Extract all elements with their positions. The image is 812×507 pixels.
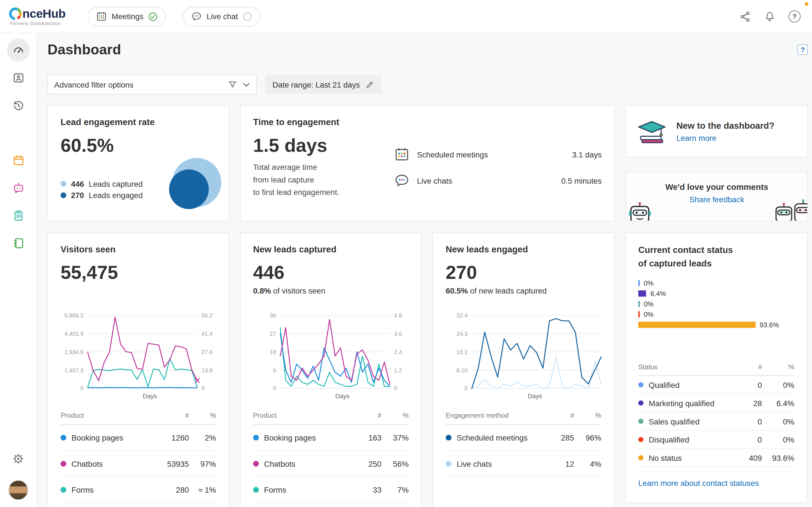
- product-table: Product#%Booking pages16337%Chatbots2505…: [253, 406, 409, 503]
- card-title: Time to engagement: [253, 116, 388, 129]
- x-axis-label: Days: [253, 393, 409, 400]
- sidebar-item-booking-pages[interactable]: [7, 231, 30, 255]
- metrics-row: Visitors seen 55,475 5,869.24,401.92,934…: [47, 233, 808, 507]
- table-row: Chatbots25056%: [253, 451, 409, 477]
- product-table: Product#%Booking pages12602%Chatbots5393…: [61, 406, 216, 503]
- leads-captured-chart: 362718904.83.62.41.20: [253, 316, 409, 388]
- x-axis-label: Days: [446, 393, 601, 400]
- settings-button[interactable]: [7, 447, 30, 470]
- notifications-button[interactable]: [764, 11, 776, 22]
- metric-subtitle: 0.8% of visitors seen: [253, 286, 409, 298]
- table-row: Booking pages16337%: [253, 425, 409, 451]
- sidebar-item-forms[interactable]: [7, 204, 30, 227]
- chat-bubble-icon: [394, 173, 410, 188]
- legend-count: 446: [71, 179, 84, 188]
- table-row: No status40993.6%: [638, 449, 794, 467]
- contact-statuses-link[interactable]: Learn more about contact statuses: [638, 478, 759, 487]
- series-dot: [446, 461, 451, 466]
- status-bar: [638, 301, 640, 307]
- sidebar-bottom: [7, 447, 30, 500]
- metric-value: 446: [253, 262, 409, 283]
- tte-summary: Time to engagement 1.5 days Total averag…: [253, 116, 388, 210]
- page-help-button[interactable]: ?: [797, 44, 808, 55]
- series-dot: [446, 435, 451, 441]
- time-to-engagement-card: Time to engagement 1.5 days Total averag…: [240, 105, 615, 221]
- status-table: Status#%Qualified00%Marketing qualified2…: [638, 358, 794, 467]
- sidebar-item-contacts[interactable]: [7, 66, 30, 89]
- chat-bubble-icon: [191, 11, 202, 22]
- tte-row-value: 3.1 days: [572, 150, 602, 159]
- meetings-pill-label: Meetings: [112, 12, 144, 21]
- table-row: Qualified00%: [638, 376, 794, 394]
- advanced-filter-dropdown[interactable]: Advanced filter options: [47, 75, 257, 94]
- card-title: New leads captured: [253, 243, 409, 256]
- sidebar-item-dashboard[interactable]: [7, 39, 30, 61]
- date-range-button[interactable]: Date range: Last 21 days: [265, 75, 381, 94]
- learn-more-link[interactable]: Learn more: [676, 133, 716, 142]
- share-button[interactable]: [740, 11, 751, 22]
- meetings-pill[interactable]: Meetings: [88, 6, 166, 26]
- calendar-icon: [96, 11, 107, 22]
- visitors-chart: 5,869.24,401.92,934.61,467.3055.241.427.…: [61, 316, 216, 388]
- y-axis-left: 5,869.24,401.92,934.61,467.30: [61, 316, 84, 388]
- series-dot: [638, 400, 644, 406]
- table-row: Chatbots5393597%: [61, 451, 216, 477]
- card-title: New leads engaged: [446, 243, 601, 256]
- robot-illustration-left: [628, 201, 651, 221]
- table-row: Forms280≈ 1%: [61, 477, 216, 503]
- legend-dot: [61, 180, 66, 186]
- lead-engagement-value: 60.5%: [61, 135, 216, 156]
- series-dot: [61, 461, 66, 466]
- brand-logo[interactable]: nceHub Formerly ScheduleOnce: [0, 7, 79, 26]
- right-column: New to the dashboard? Learn more: [626, 105, 808, 221]
- oncehub-o-icon: [9, 7, 22, 20]
- series-dot: [61, 487, 66, 493]
- series-dot: [253, 435, 259, 441]
- share-feedback-link[interactable]: Share feedback: [689, 195, 744, 204]
- series-dot: [638, 382, 644, 388]
- table-header: Status#%: [638, 358, 794, 376]
- help-icon: ?: [789, 10, 801, 22]
- tte-row-livechats: Live chats 0.5 minutes: [394, 167, 602, 193]
- notebook-icon: [12, 236, 25, 249]
- line-chart: [280, 316, 390, 388]
- help-button[interactable]: ?: [789, 10, 801, 22]
- metric-value: 270: [446, 262, 601, 283]
- user-avatar[interactable]: [8, 480, 28, 500]
- empty-circle-icon: [243, 12, 252, 21]
- y-axis-right: 4.83.62.41.20: [394, 316, 409, 388]
- card-title: Visitors seen: [61, 243, 216, 256]
- table-row: Sales qualified00%: [638, 412, 794, 431]
- leads-engaged-chart: 32.424.316.28.100: [446, 316, 601, 388]
- page-title: Dashboard: [47, 40, 121, 59]
- bell-icon: [764, 11, 776, 22]
- line-chart: [472, 316, 601, 388]
- sidebar-item-livechat[interactable]: [7, 176, 30, 199]
- brand-name-rest: nceHub: [22, 7, 66, 20]
- feedback-title: We'd love your comments: [626, 182, 807, 192]
- y-axis-right: 55.241.427.613.80: [201, 316, 216, 388]
- livechat-pill[interactable]: Live chat: [183, 6, 260, 26]
- status-bar-row: 0%: [638, 309, 794, 320]
- livechat-pill-label: Live chat: [207, 12, 238, 21]
- engaged-circle: [169, 170, 209, 209]
- status-bar-row: 0%: [638, 278, 794, 288]
- page-head: Dashboard ?: [47, 33, 808, 59]
- robot-illustration-right: [775, 199, 808, 221]
- gauge-icon: [12, 44, 25, 57]
- gear-icon: [12, 453, 24, 465]
- sidebar-item-activity[interactable]: [7, 94, 30, 117]
- status-bar-row: 0%: [638, 299, 794, 309]
- date-range-label: Date range: Last 21 days: [272, 80, 360, 89]
- notification-dot: [805, 2, 808, 6]
- contact-card-icon: [12, 71, 25, 84]
- table-row: Marketing qualified286.4%: [638, 394, 794, 412]
- tte-description: Total average time from lead capture to …: [253, 161, 388, 199]
- table-row: Booking pages12602%: [61, 425, 216, 451]
- topbar: nceHub Formerly ScheduleOnce Meetings: [0, 0, 812, 33]
- series-dot: [253, 487, 259, 493]
- sidebar-item-meetings[interactable]: [7, 149, 30, 172]
- pencil-icon: [365, 80, 374, 89]
- metric-subtitle: 60.5% of new leads captured: [446, 286, 601, 298]
- x-axis-label: Days: [61, 393, 216, 400]
